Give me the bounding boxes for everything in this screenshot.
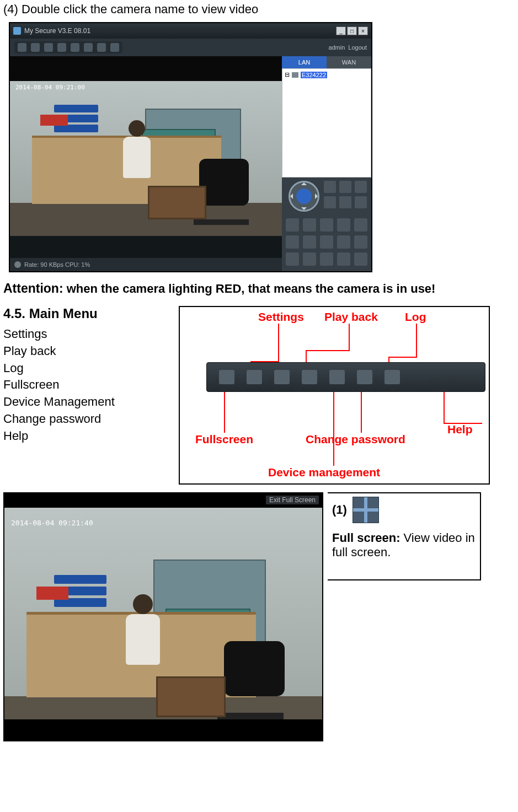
callout-change-password: Change password [306, 433, 405, 446]
zoom-in-icon[interactable] [339, 181, 351, 193]
wifi-icon[interactable] [303, 252, 316, 266]
callout-playback: Play back [324, 310, 378, 324]
video-timestamp: 2014-08-04 09:21:00 [15, 84, 85, 91]
audio-icon[interactable] [320, 218, 333, 232]
tb2-log-icon [357, 370, 372, 384]
figure-toolbar-callouts: Settings Play back Log Fullscreen Change… [179, 306, 490, 485]
ptz-flip-up-icon[interactable] [324, 181, 336, 193]
record-icon[interactable] [303, 218, 316, 232]
tb2-fullscreen-icon [219, 370, 234, 384]
quality-icon[interactable] [354, 218, 367, 232]
ptz-flip-down-icon[interactable] [324, 196, 336, 208]
video-area[interactable]: E324222 2014-08-04 09:21:00 [10, 56, 282, 271]
toolbar-help-icon[interactable] [97, 43, 106, 52]
more-icon[interactable] [354, 252, 367, 266]
attention-text: when the camera lighting RED, that means… [63, 282, 436, 295]
tab-lan[interactable]: LAN [282, 56, 327, 68]
app-icon [13, 27, 21, 35]
ptz-pad[interactable] [289, 181, 319, 212]
toolbar-log-icon[interactable] [57, 43, 66, 52]
camera-icon [292, 72, 298, 78]
tb2-settings-icon [247, 370, 262, 384]
mic-icon[interactable] [337, 218, 350, 232]
section-title: 4.5. Main Menu [3, 306, 169, 321]
menu-item-change-password: Change password [3, 411, 169, 428]
resolution-icon[interactable] [286, 252, 299, 266]
ptz-panel [282, 178, 371, 215]
callout-fullscreen: Fullscreen [195, 433, 253, 446]
flip-icon[interactable] [303, 235, 316, 249]
alarm-icon[interactable] [320, 252, 333, 266]
fullscreen-icon [353, 497, 379, 523]
tb2-device-icon [302, 370, 317, 384]
attention-label: Attention: [3, 281, 63, 295]
figure-app-screenshot: My Secure V3.E 08.01 _ □ × admin Lo [9, 22, 372, 272]
fullscreen-timestamp: 2014-08-04 09:21:40 [11, 519, 93, 527]
menu-item-settings: Settings [3, 326, 169, 343]
brightness-down-icon[interactable] [355, 196, 367, 208]
status-text: Rate: 90 KBps CPU: 1% [24, 261, 90, 268]
snapshot-icon[interactable] [286, 218, 299, 232]
app-title: My Secure V3.E 08.01 [24, 27, 336, 35]
fullscreen-index: (1) [332, 503, 347, 517]
toolbar-device-icon[interactable] [71, 43, 79, 52]
side-panel: LAN WAN ⊟ E324222 [282, 56, 371, 271]
account-user: admin [328, 44, 345, 51]
toolbar-settings-icon[interactable] [31, 43, 40, 52]
control-grid [282, 215, 371, 271]
close-button[interactable]: × [358, 26, 368, 35]
tree-expander[interactable]: ⊟ [285, 71, 290, 78]
motion-icon[interactable] [337, 252, 350, 266]
callout-settings: Settings [258, 310, 304, 324]
main-toolbar: admin Logout [10, 39, 371, 56]
minimize-button[interactable]: _ [336, 26, 346, 35]
toolbar-fullscreen-icon[interactable] [18, 43, 26, 52]
brightness-up-icon[interactable] [355, 181, 367, 193]
maximize-button[interactable]: □ [347, 26, 357, 35]
step-4-text: (4) Double click the camera name to view… [3, 2, 515, 17]
tb2-password-icon [329, 370, 345, 384]
info-icon [14, 261, 21, 268]
frequency-icon[interactable] [354, 235, 367, 249]
refresh-icon[interactable] [320, 235, 333, 249]
figure-fullscreen-video: Exit Full Screen 2014-08-04 09:21:40 [3, 492, 323, 741]
toolbar-password-icon[interactable] [84, 43, 93, 52]
tb2-playback-icon [274, 370, 290, 384]
menu-item-fullscreen: Fullscreen [3, 377, 169, 394]
office-scene [10, 56, 282, 236]
callout-device-mgmt: Device management [268, 466, 380, 479]
callout-log: Log [405, 310, 426, 324]
logout-link[interactable]: Logout [348, 44, 367, 51]
device-tree[interactable]: ⊟ E324222 [282, 68, 371, 178]
tab-wan[interactable]: WAN [327, 56, 371, 68]
default-icon[interactable] [337, 235, 350, 249]
toolbar-alert-icon[interactable] [110, 43, 119, 52]
fullscreen-label: Full screen: [332, 531, 400, 545]
device-name[interactable]: E324222 [301, 72, 327, 78]
mirror-icon[interactable] [286, 235, 299, 249]
menu-item-help: Help [3, 428, 169, 445]
menu-item-log: Log [3, 360, 169, 377]
attention-line: Attention: when the camera lighting RED,… [3, 281, 515, 296]
menu-item-device-management: Device Management [3, 394, 169, 411]
title-bar: My Secure V3.E 08.01 _ □ × [10, 23, 371, 39]
status-bar: Rate: 90 KBps CPU: 1% [10, 258, 282, 271]
toolbar-playback-icon[interactable] [44, 43, 53, 52]
menu-item-playback: Play back [3, 343, 169, 360]
exit-fullscreen-button[interactable]: Exit Full Screen [266, 496, 319, 504]
zoom-out-icon[interactable] [339, 196, 351, 208]
tb2-help-icon [385, 370, 400, 384]
fullscreen-description-cell: (1) Full screen: View video in full scre… [328, 492, 481, 580]
callout-help: Help [447, 423, 473, 436]
